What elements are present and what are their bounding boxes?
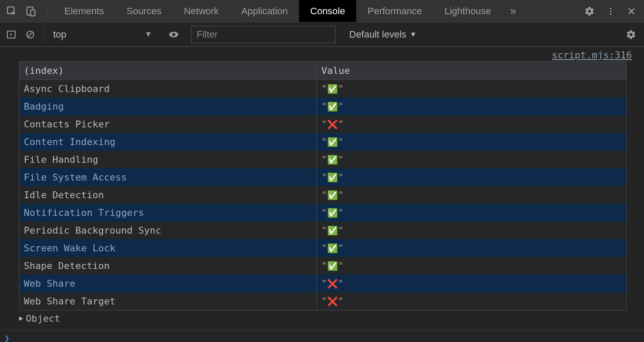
table-row[interactable]: Web Share"❌" <box>19 275 626 292</box>
context-selector[interactable]: top ▼ <box>44 26 156 43</box>
tab-label: Performance <box>367 6 422 17</box>
svg-point-3 <box>610 7 612 9</box>
tab-label: Sources <box>127 6 162 17</box>
console-sidebar-toggle-icon[interactable] <box>6 29 16 40</box>
source-link[interactable]: script.mjs:316 <box>552 50 632 60</box>
table-cell-index: Periodic Background Sync <box>19 222 317 239</box>
tabbar-trailing <box>577 0 644 22</box>
tabbar-leading <box>0 0 53 22</box>
table-cell-index: Contacts Picker <box>19 115 317 133</box>
table-row[interactable]: Screen Wake Lock"✅" <box>19 239 626 257</box>
tab-elements[interactable]: Elements <box>53 0 115 22</box>
table-cell-value: "✅" <box>317 151 626 168</box>
table-cell-value: "✅" <box>317 133 626 151</box>
tab-sources[interactable]: Sources <box>115 0 173 22</box>
table-cell-index: Screen Wake Lock <box>19 239 317 257</box>
tab-lighthouse[interactable]: Lighthouse <box>433 0 502 22</box>
table-row[interactable]: Notification Triggers"✅" <box>19 204 626 222</box>
table-header-index[interactable]: (index) <box>19 62 317 80</box>
inspect-icon[interactable] <box>6 6 17 17</box>
divider <box>47 5 47 18</box>
table-cell-index: Idle Detection <box>19 186 317 204</box>
svg-point-5 <box>610 13 612 15</box>
expand-object[interactable]: ▶ Object <box>19 313 627 324</box>
table-row[interactable]: Web Share Target"❌" <box>19 292 626 310</box>
table-row[interactable]: File Handling"✅" <box>19 151 626 168</box>
context-selector-label: top <box>53 29 67 40</box>
close-icon[interactable] <box>627 6 636 16</box>
console-body: script.mjs:316 (index) Value Async Clipb… <box>0 47 644 342</box>
tab-label: Elements <box>64 6 104 17</box>
table-row[interactable]: Async Clipboard"✅" <box>19 80 626 98</box>
console-toolbar: top ▼ Default levels ▼ <box>0 22 644 47</box>
tab-network[interactable]: Network <box>172 0 230 22</box>
table-cell-value: "✅" <box>317 186 626 204</box>
table-cell-index: Notification Triggers <box>19 204 317 222</box>
tab-label: Console <box>310 6 345 17</box>
triangle-right-icon: ▶ <box>19 314 23 322</box>
tab-application[interactable]: Application <box>230 0 299 22</box>
svg-point-9 <box>172 33 175 36</box>
table-row[interactable]: Content Indexing"✅" <box>19 133 626 151</box>
table-cell-value: "❌" <box>317 115 626 133</box>
table-cell-value: "✅" <box>317 204 626 222</box>
gear-icon[interactable] <box>626 29 644 40</box>
table-cell-value: "✅" <box>317 222 626 239</box>
tab-label: Application <box>241 6 288 17</box>
message-source-row: script.mjs:316 <box>0 47 644 61</box>
tab-console[interactable]: Console <box>299 0 357 22</box>
chevron-right-icon: ❯ <box>4 333 10 342</box>
log-levels-selector[interactable]: Default levels ▼ <box>344 29 417 40</box>
tabs-overflow[interactable]: » <box>502 0 524 22</box>
svg-rect-2 <box>31 10 35 16</box>
tab-label: Network <box>184 6 219 17</box>
kebab-icon[interactable] <box>606 6 615 16</box>
live-expression-icon[interactable] <box>168 28 180 41</box>
table-row[interactable]: File System Access"✅" <box>19 168 626 186</box>
table-row[interactable]: Shape Detection"✅" <box>19 257 626 275</box>
table-cell-value: "✅" <box>317 257 626 275</box>
table-cell-index: File Handling <box>19 151 317 168</box>
tab-label: Lighthouse <box>444 6 491 17</box>
table-cell-value: "✅" <box>317 239 626 257</box>
table-cell-value: "✅" <box>317 80 626 98</box>
gear-icon[interactable] <box>584 6 595 16</box>
chevron-down-icon: ▼ <box>410 31 417 38</box>
table-cell-value: "❌" <box>317 292 626 310</box>
table-row[interactable]: Periodic Background Sync"✅" <box>19 222 626 239</box>
table-cell-value: "✅" <box>317 98 626 115</box>
table-cell-index: Badging <box>19 98 317 115</box>
table-cell-index: Shape Detection <box>19 257 317 275</box>
table-header-value[interactable]: Value <box>317 62 626 80</box>
table-cell-index: Web Share <box>19 275 317 292</box>
filter-input[interactable] <box>191 26 335 43</box>
devtools-tabbar: ElementsSourcesNetworkApplicationConsole… <box>0 0 644 22</box>
log-levels-label: Default levels <box>349 29 406 40</box>
svg-point-4 <box>610 10 612 12</box>
table-cell-index: Content Indexing <box>19 133 317 151</box>
table-row[interactable]: Idle Detection"✅" <box>19 186 626 204</box>
object-label: Object <box>26 313 60 324</box>
tabs-list: ElementsSourcesNetworkApplicationConsole… <box>53 0 502 22</box>
table-cell-value: "✅" <box>317 168 626 186</box>
tab-performance[interactable]: Performance <box>356 0 433 22</box>
overflow-icon: » <box>510 4 516 18</box>
console-prompt[interactable]: ❯ <box>0 330 644 342</box>
chevron-down-icon: ▼ <box>144 30 152 39</box>
table-cell-index: File System Access <box>19 168 317 186</box>
table-row[interactable]: Badging"✅" <box>19 98 626 115</box>
device-toggle-icon[interactable] <box>25 6 36 17</box>
table-row[interactable]: Contacts Picker"❌" <box>19 115 626 133</box>
table-cell-index: Web Share Target <box>19 292 317 310</box>
table-cell-value: "❌" <box>317 275 626 292</box>
table-cell-index: Async Clipboard <box>19 80 317 98</box>
clear-console-icon[interactable] <box>25 29 35 40</box>
console-table: (index) Value Async Clipboard"✅"Badging"… <box>19 61 627 310</box>
